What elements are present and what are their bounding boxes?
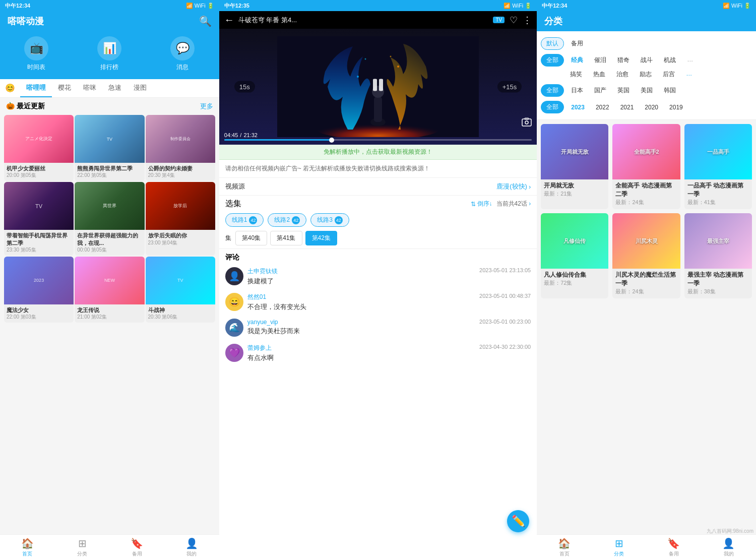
video-area[interactable]: 15s +15s 04:45 / 21:32	[219, 29, 537, 145]
recent-more[interactable]: 更多	[200, 102, 213, 111]
anime-ep-1: 22:00 第05集	[77, 172, 142, 179]
tab-emoji[interactable]: 😊	[0, 79, 20, 97]
ep-btn-41[interactable]: 第41集	[270, 231, 302, 245]
nav-ranking[interactable]: 📊 排行榜	[97, 36, 121, 72]
filter-tag-backup[interactable]: 备用	[567, 38, 587, 49]
filter-default-pill[interactable]: 默认	[541, 37, 564, 50]
content-card-3[interactable]: 凡修仙传 凡人修仙传合集 最新：72集	[541, 213, 608, 298]
content-thumb-5: 最强主宰	[684, 213, 752, 269]
nav-message[interactable]: 💬 消息	[170, 36, 195, 72]
filter-row-3: 全部 2023 2022 2021 2020 2019	[537, 99, 756, 115]
filter-tag-hot[interactable]: 热血	[589, 69, 609, 80]
tab-sakura[interactable]: 樱花	[52, 79, 77, 97]
filter-tag-sad[interactable]: 催泪	[590, 54, 610, 66]
line-btn-2[interactable]: 线路2 42	[268, 213, 306, 227]
edit-fab[interactable]: ✏️	[507, 510, 529, 532]
filter-tag-fight[interactable]: 战斗	[637, 54, 657, 66]
filter-tag-uk[interactable]: 英国	[613, 85, 634, 96]
anime-card-2[interactable]: 制作委員会 公爵的契约未婚妻 20:30 第4集	[146, 115, 215, 181]
content-card-1[interactable]: 全能高手2 全能高手 动态漫画第二季 最新：24集	[612, 124, 680, 209]
filter-tag-us[interactable]: 美国	[637, 85, 657, 96]
anime-card-6[interactable]: 2023 魔法少女 22:00 第03集	[4, 257, 74, 323]
content-info-0: 开局就无敌 最新：21集	[541, 179, 608, 201]
bottom-nav-profile[interactable]: 👤 我的	[164, 537, 219, 557]
anime-card-0[interactable]: アニメ化決定 机甲少女爱丽丝 20:00 第05集	[4, 115, 74, 181]
comment-avatar-2: 🌊	[225, 319, 243, 337]
anime-card-8[interactable]: TV 斗战神 20:30 第06集	[146, 257, 215, 323]
anime-poster-7: NEW	[75, 257, 144, 304]
line-btn-1[interactable]: 线路1 42	[225, 213, 264, 227]
filter-tag-heal[interactable]: 治愈	[612, 69, 633, 80]
skip-back-button[interactable]: 15s	[234, 81, 255, 93]
filter-tag-inspire[interactable]: 励志	[636, 69, 656, 80]
recent-title: 🎃 最近更新	[6, 102, 45, 111]
ranking-icon: 📊	[97, 36, 121, 60]
filter-tag-2022[interactable]: 2022	[592, 102, 613, 112]
play-pause-button[interactable]	[368, 75, 388, 99]
anime-poster-6: 2023	[4, 257, 74, 304]
svg-rect-9	[373, 79, 377, 91]
progress-track[interactable]	[224, 139, 532, 141]
filter-year-pill[interactable]: 全部	[541, 101, 564, 113]
bottom-nav-3-backup[interactable]: 🔖 备用	[647, 537, 702, 557]
content-info-3: 凡人修仙传合集 最新：72集	[541, 269, 608, 290]
bottom-nav-3-profile[interactable]: 👤 我的	[701, 537, 756, 557]
content-card-2[interactable]: 一品高手 一品高手 动态漫画第一季 最新：41集	[684, 124, 752, 209]
anime-card-4[interactable]: 異世界 在异世界获得超强能力的我，在现... 00:00 第05集	[75, 182, 144, 256]
back-button[interactable]: ←	[224, 14, 234, 26]
content-thumb-2: 一品高手	[684, 124, 752, 179]
content-card-0[interactable]: 开局就无敌 开局就无敌 最新：21集	[541, 124, 608, 209]
more-icon[interactable]: ⋮	[523, 15, 532, 26]
bottom-nav-3-home[interactable]: 🏠 首页	[537, 537, 592, 557]
bottom-nav-category[interactable]: ⊞ 分类	[55, 537, 110, 557]
bottom-nav-3-category[interactable]: ⊞ 分类	[592, 537, 647, 557]
profile-label-3: 我的	[724, 550, 734, 557]
nav-timetable[interactable]: 📺 时间表	[24, 36, 48, 72]
search-icon[interactable]: 🔍	[199, 15, 212, 27]
tab-nimo[interactable]: 嗒咪	[77, 79, 102, 97]
video-source-value[interactable]: 鹿漫(较快) ›	[496, 182, 531, 191]
anime-card-5[interactable]: 放学后 放学后失眠的你 23:00 第04集	[146, 182, 215, 256]
warning-text: 请勿相信任何视频内嵌广告~ 若无法解析或播放失败请切换线路或搜索换源！	[219, 160, 537, 178]
tab-manga[interactable]: 漫图	[128, 79, 153, 97]
filter-tag-harem[interactable]: 后宫	[659, 69, 679, 80]
bottom-nav-backup[interactable]: 🔖 备用	[109, 537, 164, 557]
filter-tag-japan[interactable]: 日本	[567, 85, 587, 96]
ep-btn-40[interactable]: 第40集	[235, 231, 267, 245]
heart-icon[interactable]: ♡	[510, 15, 518, 26]
anime-ep-7: 21:00 第02集	[77, 314, 142, 321]
filter-tag-mecha[interactable]: 机战	[660, 54, 680, 66]
filter-region-pill[interactable]: 全部	[541, 84, 564, 97]
skip-forward-button[interactable]: +15s	[497, 81, 522, 93]
anime-card-7[interactable]: NEW 龙王传说 21:00 第02集	[75, 257, 144, 323]
ep-btn-42[interactable]: 第42集	[305, 231, 337, 245]
screenshot-button[interactable]	[522, 117, 532, 130]
bottom-nav-home[interactable]: 🏠 首页	[0, 537, 55, 557]
filter-tag-2020[interactable]: 2020	[641, 102, 662, 112]
tab-rapid[interactable]: 急速	[102, 79, 128, 97]
tab-bilibili[interactable]: 嗒哩哩	[20, 79, 52, 97]
filter-tag-weird[interactable]: 猎奇	[613, 54, 634, 66]
content-card-5[interactable]: 最强主宰 最强主宰 动态漫画第一季 最新：38集	[684, 213, 752, 298]
content-ep-3: 最新：72集	[544, 279, 605, 287]
filter-genre-pill[interactable]: 全部	[541, 54, 564, 67]
filter-tag-korea[interactable]: 韩国	[660, 85, 680, 96]
content-info-2: 一品高手 动态漫画第一季 最新：41集	[684, 179, 752, 209]
svg-point-7	[365, 58, 366, 60]
order-button[interactable]: ⇅ 倒序↓	[471, 200, 492, 208]
panel-categories: 中午12:34 📶 WiFi 🔋 分类 默认 备用 全部 经典	[537, 0, 756, 560]
comment-item-1: 😄 然然01 2023-05-01 00:48:37 不合理，没有变光头	[225, 293, 531, 312]
filter-tag-2021[interactable]: 2021	[616, 102, 638, 112]
filter-tag-china[interactable]: 国产	[590, 85, 610, 96]
filter-tag-classic[interactable]: 经典	[567, 54, 587, 66]
comment-body-3: 蕾姆参上 2023-04-30 22:30:00 有点水啊	[247, 344, 531, 362]
line-btn-3[interactable]: 线路3 42	[310, 213, 349, 227]
filter-tag-2019[interactable]: 2019	[665, 102, 687, 112]
notice-bar[interactable]: 免解析播放中，点击获取最新视频资源！	[219, 145, 537, 160]
content-card-4[interactable]: 川尻木灵 川尻木灵的魔烂生活第一季 最新：24集	[612, 213, 680, 298]
svg-point-5	[357, 76, 359, 78]
anime-card-3[interactable]: TV 带着智能手机闯荡异世界 第二季 23:30 第05集	[4, 182, 74, 256]
filter-tag-funny[interactable]: 搞笑	[566, 69, 586, 80]
anime-card-1[interactable]: TV 熊熊勇闯异世界第二季 22:00 第05集	[75, 115, 144, 181]
filter-tag-2023[interactable]: 2023	[567, 102, 589, 112]
